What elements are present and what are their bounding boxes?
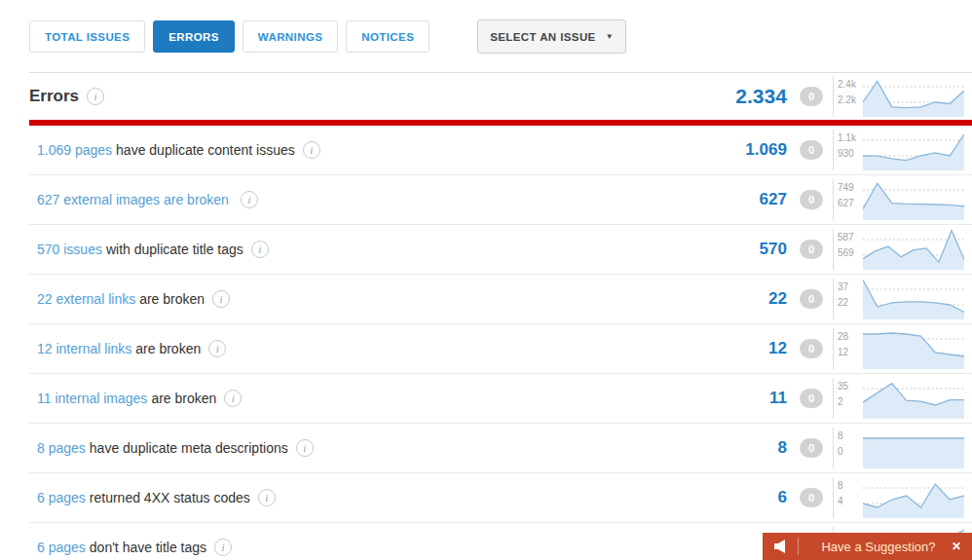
sparkline-label-lo: 12 bbox=[838, 347, 848, 357]
sparkline-label-hi: 35 bbox=[838, 381, 848, 392]
sparkline-label-lo: 2.2k bbox=[838, 94, 856, 105]
tab-total-issues[interactable]: TOTAL ISSUES bbox=[29, 20, 145, 53]
banner-label: Have a Suggestion? bbox=[816, 540, 941, 554]
sparkline-label-lo: 22 bbox=[838, 297, 848, 308]
info-icon[interactable]: i bbox=[212, 290, 230, 308]
sparkline-chart bbox=[863, 279, 964, 319]
issue-sparkline: 80 bbox=[833, 428, 964, 468]
issue-count: 11 bbox=[725, 389, 787, 408]
info-icon[interactable]: i bbox=[303, 141, 320, 159]
sparkline-label-lo: 0 bbox=[838, 446, 843, 457]
tab-notices[interactable]: NOTICES bbox=[346, 20, 430, 53]
delta-badge: 0 bbox=[800, 289, 823, 309]
info-icon[interactable]: i bbox=[251, 241, 269, 258]
issue-sparkline: 352 bbox=[833, 378, 964, 419]
delta-badge: 0 bbox=[800, 339, 823, 358]
issue-sparkline: 1.1k930 bbox=[833, 130, 964, 170]
tab-errors[interactable]: ERRORS bbox=[153, 20, 235, 53]
issue-count: 570 bbox=[725, 240, 787, 259]
issue-row: 22 external links are broken i 22 0 3722 bbox=[29, 275, 972, 324]
errors-total-count: 2.334 bbox=[725, 85, 787, 108]
sparkline-label-lo: 627 bbox=[838, 198, 854, 208]
sparkline-label-hi: 8 bbox=[838, 430, 843, 441]
sparkline-label-hi: 2.4k bbox=[838, 79, 856, 90]
sparkline-label-hi: 8 bbox=[838, 480, 843, 491]
errors-sparkline: 2.4k2.2k bbox=[833, 76, 964, 117]
info-icon[interactable]: i bbox=[214, 539, 232, 556]
issue-sparkline: 2812 bbox=[833, 328, 964, 369]
issue-text: have duplicate content issues bbox=[116, 142, 295, 158]
issue-link[interactable]: 6 pages bbox=[37, 540, 86, 555]
issue-count: 627 bbox=[725, 190, 787, 209]
issue-row: 8 pages have duplicate meta descriptions… bbox=[29, 424, 972, 473]
issue-sparkline: 84 bbox=[833, 477, 964, 518]
chevron-down-icon: ▼ bbox=[606, 32, 614, 41]
dropdown-label: SELECT AN ISSUE bbox=[490, 31, 595, 43]
issue-text: with duplicate title tags bbox=[106, 242, 243, 257]
issue-sparkline: 749627 bbox=[833, 179, 964, 220]
sparkline-label-hi: 37 bbox=[838, 281, 848, 292]
sparkline-label-lo: 2 bbox=[838, 396, 843, 407]
issue-row: 1.069 pages have duplicate content issue… bbox=[29, 126, 972, 175]
tab-warnings[interactable]: WARNINGS bbox=[243, 20, 338, 53]
info-icon[interactable]: i bbox=[258, 489, 276, 506]
sparkline-chart bbox=[863, 130, 964, 170]
delta-badge: 0 bbox=[800, 190, 823, 209]
select-an-issue-dropdown[interactable]: SELECT AN ISSUE ▼ bbox=[477, 19, 626, 54]
issue-text: returned 4XX status codes bbox=[90, 490, 250, 505]
info-icon[interactable]: i bbox=[224, 390, 242, 407]
delta-badge: 0 bbox=[800, 389, 823, 408]
sparkline-chart bbox=[863, 76, 964, 117]
info-icon[interactable]: i bbox=[241, 191, 258, 208]
issue-link[interactable]: 1.069 pages bbox=[37, 142, 112, 158]
sparkline-label-hi: 587 bbox=[838, 232, 854, 243]
issue-link[interactable]: 6 pages bbox=[37, 490, 86, 505]
issue-text: are broken bbox=[139, 291, 205, 307]
banner-divider bbox=[798, 538, 799, 555]
suggestion-banner[interactable]: Have a Suggestion? ✕ bbox=[763, 533, 972, 560]
issue-count: 1.069 bbox=[725, 140, 787, 160]
sparkline-label-lo: 4 bbox=[838, 496, 843, 506]
issue-count: 8 bbox=[725, 438, 787, 458]
errors-list: Errors i 2.334 0 2.4k2.2k 1.069 pages ha… bbox=[29, 72, 972, 560]
issue-row: 11 internal images are broken i 11 0 352 bbox=[29, 374, 972, 424]
issue-text: have duplicate meta descriptions bbox=[90, 440, 288, 456]
issues-toolbar: TOTAL ISSUES ERRORS WARNINGS NOTICES SEL… bbox=[0, 0, 972, 54]
sparkline-label-hi: 749 bbox=[838, 182, 854, 193]
delta-badge: 0 bbox=[800, 87, 823, 106]
sparkline-chart bbox=[863, 378, 964, 419]
delta-badge: 0 bbox=[800, 488, 823, 507]
issue-count: 6 bbox=[725, 488, 787, 507]
issue-link[interactable]: 22 external links bbox=[37, 291, 135, 307]
info-icon[interactable]: i bbox=[87, 88, 104, 105]
errors-header-row: Errors i 2.334 0 2.4k2.2k bbox=[29, 73, 972, 120]
sparkline-chart bbox=[863, 477, 964, 518]
section-title: Errors bbox=[29, 87, 79, 106]
sparkline-label-lo: 930 bbox=[838, 148, 854, 159]
sparkline-chart bbox=[863, 229, 964, 270]
issue-sparkline: 587569 bbox=[833, 229, 964, 270]
issue-link[interactable]: 11 internal images bbox=[37, 391, 147, 406]
sparkline-chart bbox=[863, 328, 964, 369]
issue-row: 12 internal links are broken i 12 0 2812 bbox=[29, 324, 972, 374]
info-icon[interactable]: i bbox=[208, 340, 226, 357]
delta-badge: 0 bbox=[800, 240, 823, 259]
close-icon[interactable]: ✕ bbox=[941, 540, 972, 553]
megaphone-icon bbox=[772, 539, 788, 554]
issue-link[interactable]: 570 issues bbox=[37, 242, 102, 257]
delta-badge: 0 bbox=[800, 438, 823, 458]
issue-text: don't have title tags bbox=[90, 540, 206, 555]
issue-link[interactable]: 627 external images are broken bbox=[37, 192, 229, 207]
issue-text: are broken bbox=[135, 341, 201, 356]
issue-row: 570 issues with duplicate title tags i 5… bbox=[29, 225, 972, 275]
issue-count: 12 bbox=[725, 339, 787, 358]
issue-link[interactable]: 8 pages bbox=[37, 440, 86, 456]
issue-sparkline: 3722 bbox=[833, 279, 964, 319]
issue-link[interactable]: 12 internal links bbox=[37, 341, 131, 356]
issue-count: 22 bbox=[725, 289, 787, 309]
issue-row: 6 pages returned 4XX status codes i 6 0 … bbox=[29, 473, 972, 523]
sparkline-label-hi: 28 bbox=[838, 331, 848, 342]
issue-text: are broken bbox=[151, 391, 216, 406]
sparkline-chart bbox=[863, 179, 964, 220]
info-icon[interactable]: i bbox=[296, 439, 314, 457]
